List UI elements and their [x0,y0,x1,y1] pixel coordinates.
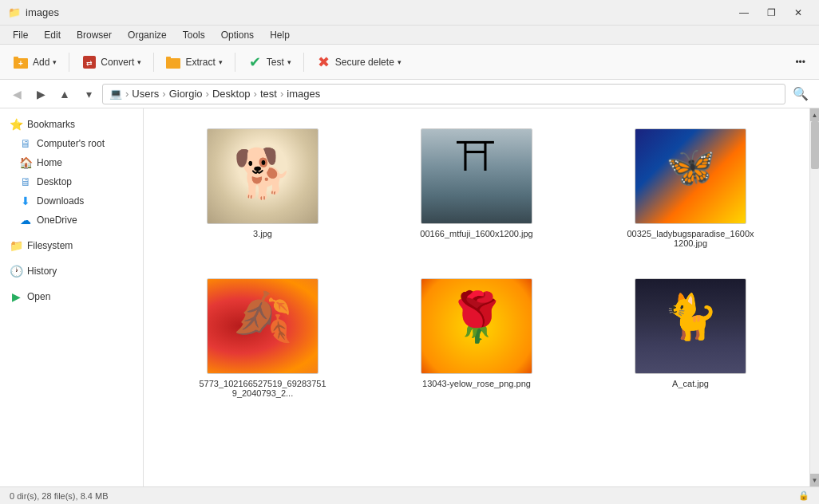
sidebar-open[interactable]: ▶ Open [0,287,143,306]
sidebar-filesystem[interactable]: 📁 Filesystem [0,236,143,255]
main-content: ⭐ Bookmarks 🖥 Computer's root 🏠 Home 🖥 D… [0,108,819,486]
test-dropdown-arrow: ▾ [287,58,291,66]
add-label: Add [33,57,49,68]
extract-icon [166,54,182,70]
sidebar: ⭐ Bookmarks 🖥 Computer's root 🏠 Home 🖥 D… [0,108,144,486]
file-thumbnail-ladybug [635,128,746,224]
window-controls: — ❐ ✕ [731,5,811,21]
toolbar-sep-1 [69,53,69,72]
more-button[interactable]: ••• [788,49,813,75]
file-thumbnail-dog [207,128,318,224]
file-area: 3.jpg 00166_mtfuji_1600x1200.jpg 0 [144,108,809,486]
file-thumbnail-cat [635,278,746,374]
toolbar: + Add ▾ ⇄ Convert ▾ Extract ▾ ✔ Test ▾ [0,45,819,80]
file-name-cat: A_cat.jpg [672,379,709,388]
minimize-button[interactable]: — [731,5,757,21]
back-button[interactable]: ◀ [6,84,27,104]
file-item-rose[interactable]: 13043-yelow_rose_png.png [374,271,580,405]
sidebar-history[interactable]: 🕐 History [0,262,143,281]
img-cat-bg [635,278,746,374]
file-thumbnail-leaf [207,278,318,374]
path-users[interactable]: Users [132,88,159,100]
sidebar-bookmarks[interactable]: ⭐ Bookmarks [0,115,143,134]
path-giorgio[interactable]: Giorgio [169,88,203,100]
file-name-fuji: 00166_mtfuji_1600x1200.jpg [420,229,532,238]
path-images[interactable]: images [287,88,320,100]
scroll-down-button[interactable]: ▼ [810,474,820,486]
lock-icon: 🔒 [798,490,809,501]
sidebar-divider-2 [0,255,143,262]
scrollbar[interactable]: ▲ ▼ [809,108,819,486]
sidebar-item-downloads[interactable]: ⬇ Downloads [0,191,143,211]
window-title: images [26,6,59,18]
restore-button[interactable]: ❐ [758,5,784,21]
convert-icon: ⇄ [81,54,97,70]
menu-organize[interactable]: Organize [121,28,173,42]
menu-help[interactable]: Help [263,28,296,42]
up-button[interactable]: ▲ [54,84,75,104]
menu-browser[interactable]: Browser [70,28,118,42]
file-thumbnail-fuji [421,128,532,224]
open-icon: ▶ [10,290,22,303]
path-test[interactable]: test [260,88,277,100]
search-button[interactable]: 🔍 [789,84,813,104]
thumb-ladybug [635,128,746,224]
toolbar-sep-4 [303,53,304,72]
path-desktop[interactable]: Desktop [212,88,251,100]
dropdown-button[interactable]: ▾ [78,84,99,104]
convert-label: Convert [101,57,134,68]
secure-delete-dropdown-arrow: ▾ [398,58,402,66]
test-icon: ✔ [247,54,263,70]
test-label: Test [267,57,284,68]
menu-tools[interactable]: Tools [176,28,212,42]
home-icon: 🏠 [19,156,32,169]
menu-edit[interactable]: Edit [38,28,67,42]
img-leaf-bg [208,278,318,374]
menu-file[interactable]: File [6,28,34,42]
onedrive-label: OneDrive [37,215,77,226]
secure-delete-button[interactable]: ✖ Secure delete ▾ [309,49,409,75]
sidebar-divider-1 [0,230,143,236]
convert-button[interactable]: ⇄ Convert ▾ [74,49,148,75]
file-name-rose: 13043-yelow_rose_png.png [422,379,531,388]
extract-button[interactable]: Extract ▾ [159,49,229,75]
sidebar-item-onedrive[interactable]: ☁ OneDrive [0,211,143,230]
sidebar-item-computer-root[interactable]: 🖥 Computer's root [0,134,143,153]
img-rose-bg [421,278,532,374]
history-label: History [27,266,57,277]
scroll-track [810,121,820,474]
extract-label: Extract [185,57,215,68]
extract-dropdown-arrow: ▾ [219,58,223,66]
file-thumbnail-rose [421,278,532,374]
bookmark-icon: ⭐ [10,118,22,131]
img-dog-bg [208,128,318,224]
filesystem-label: Filesystem [27,240,73,251]
sidebar-item-desktop[interactable]: 🖥 Desktop [0,172,143,191]
test-button[interactable]: ✔ Test ▾ [240,49,299,75]
add-button[interactable]: + Add ▾ [6,49,64,75]
file-item-fuji[interactable]: 00166_mtfuji_1600x1200.jpg [374,121,580,255]
add-folder-icon: + [14,54,30,70]
address-path[interactable]: 💻 › Users › Giorgio › Desktop › test › i… [102,84,785,104]
scroll-thumb[interactable] [811,121,819,169]
scroll-up-button[interactable]: ▲ [810,108,820,121]
close-button[interactable]: ✕ [785,5,811,21]
file-item-cat[interactable]: A_cat.jpg [588,271,793,405]
toolbar-sep-2 [153,53,154,72]
forward-button[interactable]: ▶ [30,84,51,104]
thumb-cat [635,278,746,374]
home-label: Home [37,157,62,168]
svg-text:⇄: ⇄ [86,59,93,67]
file-grid: 3.jpg 00166_mtfuji_1600x1200.jpg 0 [160,121,793,405]
file-item-dog[interactable]: 3.jpg [160,121,366,255]
open-label: Open [27,291,50,302]
downloads-label: Downloads [37,195,84,207]
app-icon: 📁 [8,6,21,19]
svg-text:+: + [18,59,23,68]
sidebar-item-home[interactable]: 🏠 Home [0,153,143,172]
img-ladybug-bg [635,128,746,224]
menu-options[interactable]: Options [215,28,260,42]
file-item-leaf[interactable]: 5773_102166527519_692837519_2040793_2... [160,271,366,405]
secure-delete-icon: ✖ [316,54,332,70]
file-item-ladybug[interactable]: 00325_ladybugsparadise_1600x1200.jpg [588,121,793,255]
